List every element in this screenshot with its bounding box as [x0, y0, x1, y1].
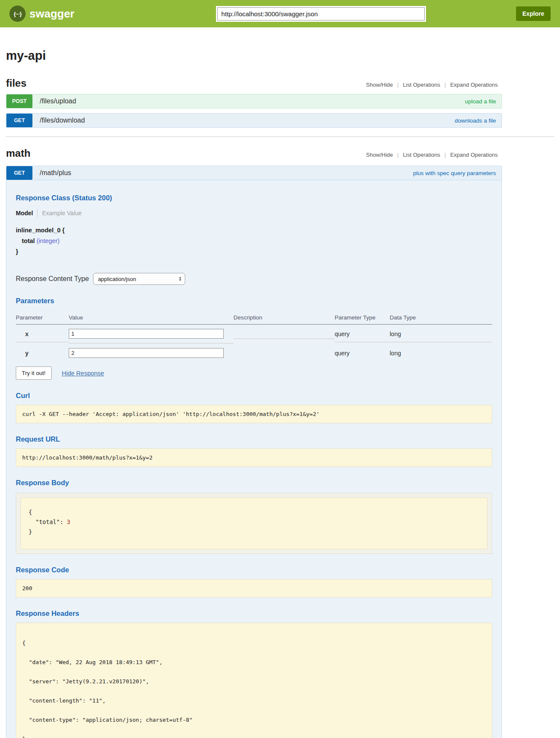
response-content-type-value: application/json: [98, 276, 136, 282]
response-body-heading: Response Body: [16, 479, 492, 487]
param-x-data-type: long: [390, 326, 492, 343]
response-code-heading: Response Code: [16, 566, 492, 574]
operation-row-get-math-plus[interactable]: GET /math/plus plus with spec query para…: [6, 166, 502, 180]
operation-path[interactable]: /files/upload: [40, 97, 76, 105]
response-headers-line: "content-length": "11",: [22, 697, 486, 704]
files-list-operations-link[interactable]: List Operations: [399, 82, 444, 88]
col-header-description: Description: [233, 312, 335, 325]
operation-summary[interactable]: upload a file: [465, 98, 496, 105]
json-key: "total":: [29, 518, 67, 525]
response-body-json: { "total": 3 }: [20, 498, 487, 549]
curl-command: curl -X GET --header 'Accept: applicatio…: [16, 405, 492, 423]
json-value: 3: [67, 518, 70, 525]
operation-row-post-files-upload[interactable]: POST /files/upload upload a file: [6, 94, 502, 108]
response-headers-line: "server": "Jetty(9.2.21.v20170120)",: [22, 678, 486, 685]
explore-button[interactable]: Explore: [516, 6, 551, 21]
param-y-description: [233, 349, 335, 357]
json-open-brace: {: [29, 509, 32, 515]
request-url-heading: Request URL: [16, 435, 492, 443]
param-name-x: x: [16, 326, 69, 343]
operation-detail-panel: Response Class (Status 200) Model Exampl…: [6, 180, 502, 738]
param-x-value-input[interactable]: [69, 329, 224, 339]
response-headers-heading: Response Headers: [16, 609, 492, 618]
files-section-title[interactable]: files: [6, 77, 26, 89]
model-prop-type: (integer): [37, 237, 60, 244]
tab-example-value[interactable]: Example Value: [42, 210, 82, 217]
math-expand-operations-link[interactable]: Expand Operations: [446, 152, 502, 158]
model-prop-name: total: [22, 237, 35, 244]
tab-model[interactable]: Model: [16, 210, 33, 217]
col-header-value: Value: [69, 312, 233, 325]
request-url-value: http://localhost:3000/math/plus?x=1&y=2: [16, 448, 492, 467]
files-expand-operations-link[interactable]: Expand Operations: [446, 82, 502, 88]
response-headers-line: }: [22, 736, 486, 738]
response-content-type-label: Response Content Type: [16, 275, 89, 283]
method-badge-get: GET: [6, 166, 32, 180]
page-title: my-api: [6, 49, 502, 63]
parameters-heading: Parameters: [16, 297, 492, 305]
response-content-type-select[interactable]: application/json ▲▼: [93, 273, 185, 285]
swagger-logo-text: swagger: [29, 7, 75, 20]
operation-path[interactable]: /math/plus: [40, 169, 71, 177]
response-body-wrapper: { "total": 3 }: [16, 493, 492, 554]
math-section-title[interactable]: math: [6, 147, 30, 159]
col-header-parameter: Parameter: [16, 312, 69, 325]
math-show-hide-link[interactable]: Show/Hide: [362, 152, 397, 158]
model-signature: inline_model_0 { total (integer) }: [16, 227, 492, 255]
param-x-description: [233, 330, 335, 339]
curl-heading: Curl: [16, 392, 492, 400]
math-section-header: math Show/Hide | List Operations | Expan…: [6, 147, 502, 159]
section-divider: [6, 136, 554, 137]
response-headers-line: "content-type": "application/json; chars…: [22, 717, 486, 723]
param-y-param-type: query: [335, 346, 390, 361]
hide-response-link[interactable]: Hide Response: [62, 370, 104, 377]
app-header: {···} swagger Explore: [0, 0, 560, 27]
model-close-line: }: [16, 248, 492, 255]
model-open-line: inline_model_0 {: [16, 227, 492, 234]
swagger-logo[interactable]: {···} swagger: [9, 6, 75, 22]
parameters-table: Parameter Value Description Parameter Ty…: [16, 312, 492, 362]
col-header-data-type: Data Type: [390, 312, 492, 325]
operation-row-get-files-download[interactable]: GET /files/download downloads a file: [6, 113, 502, 128]
files-show-hide-link[interactable]: Show/Hide: [362, 82, 397, 88]
math-list-operations-link[interactable]: List Operations: [399, 152, 444, 158]
swagger-logo-icon: {···}: [9, 6, 26, 22]
operation-summary[interactable]: downloads a file: [455, 117, 496, 124]
response-code-value: 200: [16, 579, 492, 597]
response-headers-line: {: [22, 640, 486, 646]
operation-summary[interactable]: plus with spec query parameters: [413, 170, 496, 176]
param-x-param-type: query: [335, 326, 390, 343]
response-class-heading: Response Class (Status 200): [16, 194, 492, 202]
method-badge-get: GET: [6, 114, 32, 127]
swagger-url-input[interactable]: [217, 7, 425, 20]
files-section-header: files Show/Hide | List Operations | Expa…: [6, 77, 502, 89]
select-arrows-icon: ▲▼: [178, 276, 181, 281]
col-header-parameter-type: Parameter Type: [335, 312, 390, 325]
operation-path[interactable]: /files/download: [40, 117, 85, 124]
try-it-out-button[interactable]: Try it out!: [16, 366, 52, 380]
param-y-data-type: long: [390, 346, 492, 361]
method-badge-post: POST: [6, 94, 32, 108]
param-name-y: y: [16, 346, 69, 361]
tab-separator: [37, 209, 38, 217]
param-y-value-input[interactable]: [69, 348, 224, 358]
json-close-brace: }: [29, 528, 32, 535]
response-headers-line: "date": "Wed, 22 Aug 2018 18:49:13 GMT",: [22, 659, 486, 665]
response-headers-json: { "date": "Wed, 22 Aug 2018 18:49:13 GMT…: [16, 623, 492, 738]
